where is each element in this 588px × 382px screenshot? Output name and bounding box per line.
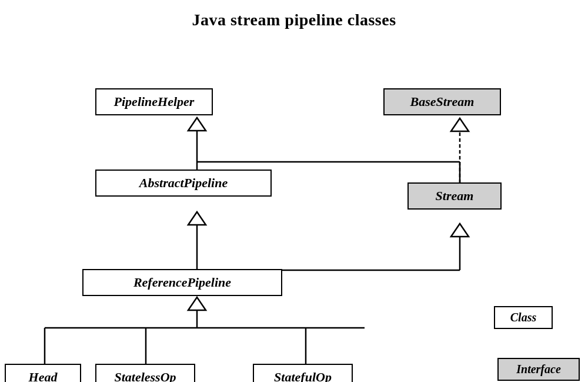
abstractpipeline-box: AbstractPipeline [95, 170, 272, 197]
basestream-box: BaseStream [383, 88, 501, 115]
svg-marker-7 [188, 212, 206, 225]
svg-marker-16 [188, 297, 206, 310]
legend-interface-box: Interface [497, 358, 580, 381]
svg-marker-1 [188, 118, 206, 131]
head-box: Head [5, 364, 81, 382]
stream-box: Stream [407, 182, 502, 210]
statefulop-box: StatefulOp [253, 364, 353, 382]
svg-marker-3 [451, 118, 469, 131]
page-title: Java stream pipeline classes [0, 0, 588, 35]
statelessop-box: StatelessOp [95, 364, 195, 382]
referencepipeline-box: ReferencePipeline [82, 269, 282, 296]
svg-marker-9 [451, 224, 469, 237]
legend-class-box: Class [494, 306, 553, 329]
pipelinehelper-box: PipelineHelper [95, 88, 213, 115]
